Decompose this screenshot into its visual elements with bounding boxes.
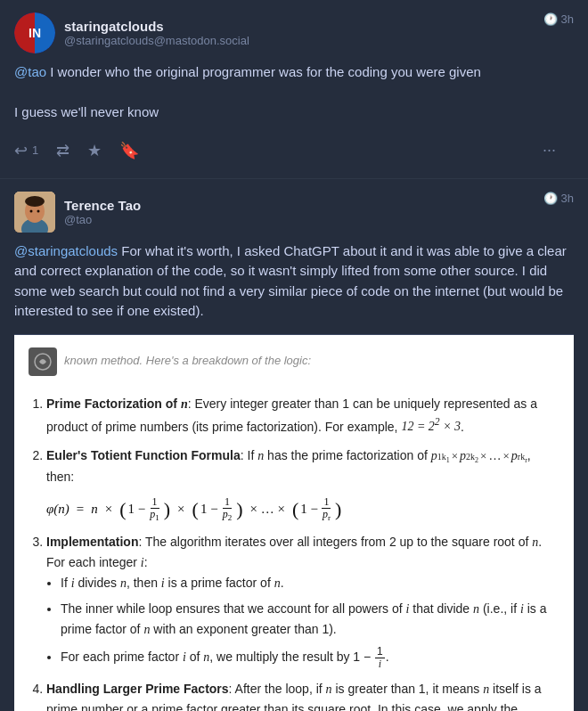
reply-count: 1: [32, 143, 38, 157]
euler-formula: φ(n) = n × ( 1 − 1p1 ) × ( 1: [46, 496, 559, 523]
prime-factorization-formula: p1k1 × p2k2 × … × prkr: [431, 445, 527, 466]
post-header-left: IN staringatclouds @staringatclouds@mast…: [14, 12, 249, 53]
chatgpt-content: Prime Factorization of n: Every integer …: [29, 394, 559, 712]
avatar-person-svg: [14, 192, 55, 233]
author-info: staringatclouds @staringatclouds@mastodo…: [64, 19, 249, 47]
bullet-3: For each prime factor i of n, we multipl…: [61, 646, 559, 670]
chatgpt-section: known method. Here's a breakdown of the …: [14, 334, 574, 712]
svg-point-6: [37, 209, 40, 212]
author-name: staringatclouds: [64, 19, 249, 34]
mention-tao[interactable]: @tao: [14, 64, 46, 79]
more-button[interactable]: ···: [543, 135, 574, 165]
chatgpt-header: known method. Here's a breakdown of the …: [29, 347, 559, 383]
more-icon: ···: [543, 141, 556, 159]
list-item-3: Implementation: The algorithm iterates o…: [46, 532, 559, 670]
bookmark-icon: 🔖: [119, 141, 139, 160]
item2-title: Euler's Totient Function Formula: [46, 448, 241, 462]
svg-point-4: [25, 196, 45, 207]
clock-icon-tt: 🕐: [543, 192, 558, 205]
post-header-tt: Terence Tao @tao 🕐 3h: [14, 192, 574, 233]
avatar-terence-tao: [14, 192, 55, 233]
svg-point-5: [30, 209, 33, 212]
author-handle: @staringatclouds@mastodon.social: [64, 34, 249, 47]
avatar-initials: IN: [29, 26, 41, 40]
bookmark-button[interactable]: 🔖: [119, 135, 157, 166]
item3-title: Implementation: [46, 535, 138, 549]
author-info-tt: Terence Tao @tao: [64, 198, 141, 226]
post-staringatclouds: IN staringatclouds @staringatclouds@mast…: [0, 0, 588, 179]
post-content-tt: @staringatclouds For what it's worth, I …: [14, 241, 574, 322]
boost-button[interactable]: ⇄: [56, 135, 87, 166]
list-item-4: Handling Larger Prime Factors: After the…: [46, 679, 559, 711]
post-content: @tao I wonder who the original programme…: [14, 62, 574, 123]
post-terence-tao: Terence Tao @tao 🕐 3h @staringatclouds F…: [0, 179, 588, 712]
author-handle-tt: @tao: [64, 213, 141, 226]
favourite-button[interactable]: ★: [87, 135, 119, 166]
star-icon: ★: [87, 141, 102, 160]
chatgpt-icon: [29, 347, 57, 376]
clock-icon: 🕐: [543, 12, 558, 26]
chatgpt-faded-text: known method. Here's a breakdown of the …: [64, 352, 311, 371]
list-item-1: Prime Factorization of n: Every integer …: [46, 394, 559, 437]
mention-staringatclouds[interactable]: @staringatclouds: [14, 243, 118, 258]
post-time-tt: 🕐 3h: [543, 192, 574, 205]
author-name-tt: Terence Tao: [64, 198, 141, 213]
post-time: 🕐 3h: [543, 12, 574, 26]
post-header: IN staringatclouds @staringatclouds@mast…: [14, 12, 574, 53]
list-item-2: Euler's Totient Function Formula: If n h…: [46, 445, 559, 523]
item4-title: Handling Larger Prime Factors: [46, 682, 229, 696]
reply-icon: ↩: [14, 141, 28, 160]
item1-title: Prime Factorization of n: [46, 396, 188, 411]
implementation-bullets: If i divides n, then i is a prime factor…: [46, 573, 559, 670]
post-actions: ↩ 1 ⇄ ★ 🔖 ···: [14, 135, 574, 166]
post-header-left-tt: Terence Tao @tao: [14, 192, 141, 233]
bullet-2: The inner while loop ensures that we acc…: [61, 599, 559, 640]
avatar-staringatclouds: IN: [14, 12, 55, 53]
boost-icon: ⇄: [56, 141, 69, 160]
bullet-1: If i divides n, then i is a prime factor…: [61, 573, 559, 593]
reply-button[interactable]: ↩ 1: [14, 135, 56, 166]
